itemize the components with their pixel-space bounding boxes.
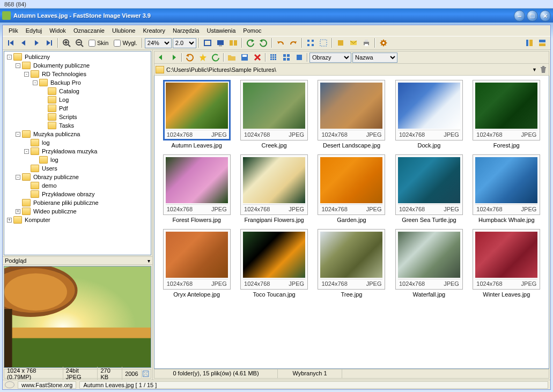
thumbnail[interactable]: 1024x768JPEGTree.jpg	[314, 229, 389, 299]
thumbnail[interactable]: 1024x768JPEGToco Toucan.jpg	[236, 229, 312, 299]
rotate-left-button[interactable]	[245, 37, 256, 49]
thumbnail[interactable]: 1024x768JPEGFrangipani Flowers.jpg	[236, 154, 312, 225]
forward-button[interactable]	[168, 52, 180, 63]
tree-toggle[interactable]: -	[16, 175, 20, 180]
crop-button[interactable]	[335, 37, 346, 49]
tree-toggle[interactable]: -	[24, 72, 29, 77]
rotate-right-button[interactable]	[257, 37, 269, 49]
nav-next-button[interactable]	[31, 37, 42, 49]
skin-checkbox[interactable]	[89, 40, 95, 47]
settings-button[interactable]	[378, 37, 389, 49]
footer-url[interactable]: www.FastStone.org	[18, 381, 76, 389]
tree-node[interactable]: Log	[4, 95, 151, 104]
thumbnail[interactable]: 1024x768JPEGWinter Leaves.jpg	[469, 229, 544, 299]
thumb-small-button[interactable]	[268, 52, 279, 63]
menu-narzędzia[interactable]: Narzędzia	[169, 26, 203, 35]
fullscreen-button[interactable]	[202, 37, 213, 49]
nav-last-button[interactable]	[43, 37, 55, 49]
nav-first-button[interactable]	[5, 37, 17, 49]
trash-icon[interactable]	[539, 65, 548, 74]
layout2-button[interactable]	[536, 37, 548, 49]
folder-tree[interactable]: -Publiczny-Dokumenty publiczne-RD Techno…	[4, 51, 151, 255]
sort-select[interactable]: Nazwa	[352, 53, 397, 63]
layout1-button[interactable]	[523, 37, 535, 49]
tree-node[interactable]: Users	[4, 164, 151, 173]
tree-node[interactable]: -RD Technologies	[4, 70, 151, 78]
menu-widok[interactable]: Widok	[46, 26, 70, 35]
thumbnail[interactable]: 1024x768JPEGGarden.jpg	[314, 154, 389, 225]
zoom-percent-select[interactable]: 24%	[145, 38, 172, 48]
tree-node[interactable]: Pobierane pliki publiczne	[4, 198, 151, 207]
tree-node[interactable]: -Publiczny	[4, 53, 151, 61]
close-button[interactable]: ×	[540, 10, 551, 21]
thumbnail[interactable]: 1024x768JPEGAutumn Leaves.jpg	[159, 80, 234, 150]
menu-kreatory[interactable]: Kreatory	[139, 26, 169, 35]
tree-node[interactable]: Pdf	[4, 104, 151, 113]
grid-view-button[interactable]	[305, 37, 316, 49]
tree-node[interactable]: Przykładowe obrazy	[4, 190, 151, 198]
thumbnail[interactable]: 1024x768JPEGOryx Antelope.jpg	[159, 229, 234, 299]
menu-ustawienia[interactable]: Ustawienia	[203, 26, 240, 35]
menu-plik[interactable]: Plik	[5, 26, 22, 35]
redo-button[interactable]	[287, 37, 299, 49]
zoom-out-button[interactable]	[73, 37, 85, 49]
tree-node[interactable]: log	[4, 156, 151, 164]
tree-node[interactable]: +Komputer	[4, 216, 151, 224]
filter-select[interactable]: Obrazy	[309, 53, 351, 63]
fit-icon[interactable]	[142, 370, 150, 378]
save-button[interactable]	[239, 52, 250, 63]
tree-toggle[interactable]: -	[16, 132, 20, 137]
view-checkbox[interactable]	[114, 40, 121, 47]
tree-toggle[interactable]: -	[7, 55, 12, 60]
tree-node[interactable]: Scripts	[4, 113, 151, 121]
thumbnail[interactable]: 1024x768JPEGForest Flowers.jpg	[159, 154, 234, 225]
eye-icon[interactable]	[5, 381, 14, 388]
tree-toggle[interactable]: -	[16, 63, 20, 68]
current-path[interactable]: C:\Users\Public\Pictures\Sample Pictures…	[166, 66, 530, 73]
nav-prev-button[interactable]	[18, 37, 30, 49]
tree-node[interactable]: -Dokumenty publiczne	[4, 61, 151, 70]
tree-node[interactable]: Catalog	[4, 87, 151, 95]
preview-dropdown-icon[interactable]: ▾	[148, 258, 150, 264]
thumb-large-button[interactable]	[293, 52, 305, 63]
print-button[interactable]	[360, 37, 372, 49]
undo-button[interactable]	[275, 37, 286, 49]
thumbnail[interactable]: 1024x768JPEGForest.jpg	[469, 80, 544, 150]
tree-node[interactable]: Tasks	[4, 121, 151, 130]
thumb-medium-button[interactable]	[281, 52, 292, 63]
tree-node[interactable]: -Backup Pro	[4, 78, 151, 87]
back-button[interactable]	[155, 52, 167, 63]
tree-toggle[interactable]: -	[33, 80, 38, 85]
menu-edytuj[interactable]: Edytuj	[22, 26, 46, 35]
zoom-in-button[interactable]	[61, 37, 72, 49]
menu-oznaczanie[interactable]: Oznaczanie	[70, 26, 108, 35]
refresh-button[interactable]	[184, 52, 196, 63]
open-folder-button[interactable]	[226, 52, 238, 63]
email-button[interactable]	[348, 37, 359, 49]
menu-pomoc[interactable]: Pomoc	[239, 26, 265, 35]
favorite-button[interactable]	[197, 52, 209, 63]
thumbnail[interactable]: 1024x768JPEGCreek.jpg	[236, 80, 312, 150]
tree-node[interactable]: log	[4, 138, 151, 147]
thumbnail[interactable]: 1024x768JPEGDock.jpg	[391, 80, 467, 150]
tree-node[interactable]: +Wideo publiczne	[4, 207, 151, 216]
thumbnail[interactable]: 1024x768JPEGWaterfall.jpg	[391, 229, 467, 299]
compare-button[interactable]	[227, 37, 239, 49]
tree-node[interactable]: -Przykładowa muzyka	[4, 147, 151, 156]
thumbnail[interactable]: 1024x768JPEGGreen Sea Turtle.jpg	[391, 154, 467, 225]
menu-ulubione[interactable]: Ulubione	[108, 26, 139, 35]
tree-toggle[interactable]: -	[24, 149, 29, 154]
select-button[interactable]	[318, 37, 329, 49]
tree-node[interactable]: demo	[4, 181, 151, 190]
thumbnail-grid[interactable]: 1024x768JPEGAutumn Leaves.jpg1024x768JPE…	[154, 76, 549, 369]
tree-toggle[interactable]: +	[7, 218, 12, 223]
tree-node[interactable]: -Muzyka publiczna	[4, 130, 151, 138]
thumbnail[interactable]: 1024x768JPEGDesert Landscape.jpg	[314, 80, 389, 150]
path-dropdown-icon[interactable]: ▼	[532, 67, 537, 72]
history-button[interactable]	[210, 52, 222, 63]
thumbnail[interactable]: 1024x768JPEGHumpback Whale.jpg	[469, 154, 544, 225]
maximize-button[interactable]: □	[527, 10, 538, 21]
minimize-button[interactable]: –	[514, 10, 525, 21]
zoom-factor-select[interactable]: 2.0	[173, 38, 196, 48]
tree-node[interactable]: -Obrazy publiczne	[4, 173, 151, 181]
